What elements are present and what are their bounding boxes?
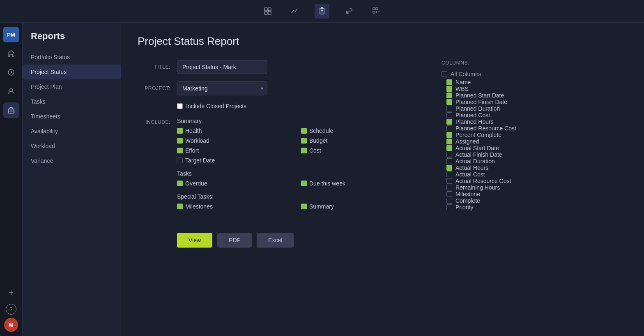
columns-panel: COLUMNS: All Columns Name W [442, 60, 573, 248]
col-actual-resource-cost-checkbox[interactable] [446, 178, 452, 184]
col-assigned: Assigned [442, 138, 571, 145]
col-percent-complete-checkbox[interactable] [446, 132, 452, 138]
col-planned-start-date-checkbox[interactable] [446, 93, 452, 98]
app-logo[interactable]: PM [3, 27, 19, 42]
tasks-grid: Overdue Due this week [177, 180, 417, 187]
col-milestone-label: Milestone [455, 191, 480, 197]
col-assigned-checkbox[interactable] [446, 139, 452, 144]
col-planned-hours-checkbox[interactable] [446, 119, 452, 125]
sidebar-item-variance[interactable]: Variance [23, 153, 121, 168]
svg-point-4 [267, 10, 269, 12]
link-icon[interactable] [342, 4, 356, 19]
col-priority: Priority [442, 204, 571, 211]
include-schedule: Schedule [301, 127, 417, 134]
sidebar-item-project-plan[interactable]: Project Plan [23, 79, 121, 94]
col-wbs-checkbox[interactable] [446, 86, 452, 92]
project-select[interactable]: Marketing Development Design Operations [177, 81, 267, 95]
col-planned-finish-date-label: Planned Finish Date [455, 99, 507, 105]
svg-rect-10 [376, 8, 378, 10]
briefcase-nav-icon[interactable] [3, 102, 19, 118]
col-wbs: WBS [442, 86, 571, 92]
include-overdue: Overdue [177, 180, 293, 187]
cost-checkbox-icon[interactable] [301, 148, 307, 153]
search-zoom-icon[interactable] [260, 4, 275, 19]
summary-label: Summary [309, 203, 334, 210]
include-closed-label[interactable]: Include Closed Projects [186, 103, 246, 109]
col-planned-cost-checkbox[interactable] [446, 112, 452, 118]
budget-checkbox-icon[interactable] [301, 138, 307, 144]
col-priority-checkbox[interactable] [446, 204, 452, 210]
page-title: Project Status Report [138, 35, 628, 48]
include-content: Summary Health Schedule [177, 118, 417, 216]
title-row: TITLE: [138, 60, 417, 74]
add-nav-icon[interactable]: + [3, 285, 19, 301]
include-closed-checkbox[interactable] [177, 103, 183, 109]
col-planned-finish-date-checkbox[interactable] [446, 99, 452, 105]
col-complete-label: Complete [455, 197, 480, 204]
sidebar-item-project-status[interactable]: Project Status [23, 65, 121, 79]
col-complete-checkbox[interactable] [446, 198, 452, 204]
col-planned-resource-cost-label: Planned Resource Cost [455, 125, 516, 132]
summary-checkbox-icon[interactable] [301, 204, 307, 209]
col-name-checkbox[interactable] [446, 79, 452, 85]
effort-checkbox-icon[interactable] [177, 148, 183, 153]
include-section: INCLUDE: Summary Health Schedule [138, 118, 417, 216]
col-milestone-checkbox[interactable] [446, 191, 452, 197]
sidebar-item-timesheets[interactable]: Timesheets [23, 109, 121, 124]
excel-button[interactable]: Excel [257, 233, 294, 248]
col-planned-duration: Planned Duration [442, 105, 571, 112]
clipboard-icon[interactable] [315, 4, 329, 19]
col-planned-duration-checkbox[interactable] [446, 106, 452, 111]
col-actual-duration-checkbox[interactable] [446, 158, 452, 164]
svg-rect-9 [373, 8, 375, 10]
users-nav-icon[interactable] [3, 83, 19, 99]
history-nav-icon[interactable] [3, 65, 19, 80]
col-priority-label: Priority [455, 204, 474, 211]
include-workload: Workload [177, 137, 293, 144]
form-section: TITLE: PROJECT: Marketing Development De… [138, 60, 628, 248]
special-tasks-grid: Milestones Summary [177, 203, 417, 210]
col-actual-start-date-checkbox[interactable] [446, 145, 452, 151]
health-checkbox-icon[interactable] [177, 128, 183, 134]
due-this-week-checkbox-icon[interactable] [301, 181, 307, 186]
workload-checkbox-icon[interactable] [177, 138, 183, 144]
help-nav-icon[interactable]: ? [6, 304, 16, 315]
col-actual-finish-date-checkbox[interactable] [446, 152, 452, 158]
sidebar-item-availability[interactable]: Availability [23, 124, 121, 139]
sidebar-item-portfolio-status[interactable]: Portfolio Status [23, 50, 121, 65]
form-left: TITLE: PROJECT: Marketing Development De… [138, 60, 417, 248]
col-percent-complete-label: Percent Complete [455, 132, 501, 138]
target-date-checkbox-icon[interactable] [177, 158, 183, 163]
col-actual-duration-label: Actual Duration [455, 158, 495, 165]
sidebar-item-tasks[interactable]: Tasks [23, 94, 121, 109]
milestones-label: Milestones [185, 203, 213, 210]
sidebar-item-workload[interactable]: Workload [23, 139, 121, 153]
all-columns-checkbox[interactable] [442, 71, 447, 77]
effort-label: Effort [185, 147, 199, 154]
col-planned-hours-label: Planned Hours [455, 118, 494, 125]
pdf-button[interactable]: PDF [217, 233, 252, 248]
home-nav-icon[interactable] [3, 46, 19, 61]
sidebar-title: Reports [23, 31, 121, 50]
user-avatar[interactable]: M [4, 318, 18, 332]
schedule-checkbox-icon[interactable] [301, 128, 307, 134]
col-assigned-label: Assigned [455, 138, 479, 145]
col-remaining-hours-checkbox[interactable] [446, 185, 452, 190]
col-planned-resource-cost: Planned Resource Cost [442, 125, 571, 132]
col-milestone: Milestone [442, 191, 571, 197]
col-remaining-hours-label: Remaining Hours [455, 184, 500, 191]
overdue-checkbox-icon[interactable] [177, 181, 183, 186]
milestones-checkbox-icon[interactable] [177, 204, 183, 209]
svg-rect-11 [373, 11, 375, 13]
col-actual-cost-checkbox[interactable] [446, 171, 452, 177]
col-name-label: Name [455, 79, 471, 86]
col-actual-hours-checkbox[interactable] [446, 165, 452, 171]
chart-icon[interactable] [288, 4, 302, 19]
view-button[interactable]: View [177, 233, 212, 248]
title-input[interactable] [177, 60, 267, 74]
col-planned-resource-cost-checkbox[interactable] [446, 125, 452, 131]
structure-icon[interactable] [369, 4, 384, 19]
columns-label: COLUMNS: [442, 60, 573, 66]
col-planned-duration-label: Planned Duration [455, 105, 500, 112]
columns-scroll[interactable]: All Columns Name WBS Plann [442, 71, 573, 211]
